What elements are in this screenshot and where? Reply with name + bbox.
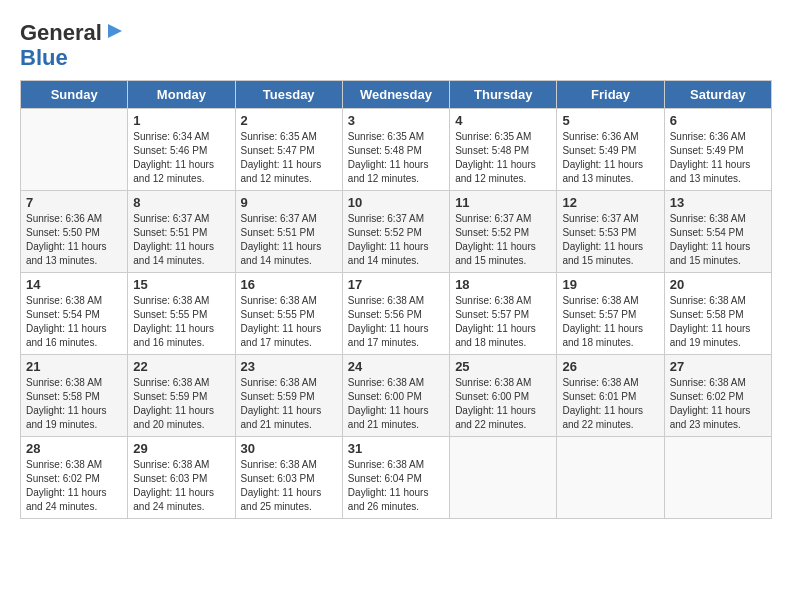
day-info: Sunrise: 6:35 AM Sunset: 5:47 PM Dayligh… bbox=[241, 130, 337, 186]
day-cell: 20Sunrise: 6:38 AM Sunset: 5:58 PM Dayli… bbox=[664, 273, 771, 355]
logo-text-general: General bbox=[20, 21, 102, 45]
day-info: Sunrise: 6:38 AM Sunset: 6:03 PM Dayligh… bbox=[133, 458, 229, 514]
day-info: Sunrise: 6:37 AM Sunset: 5:52 PM Dayligh… bbox=[455, 212, 551, 268]
day-info: Sunrise: 6:35 AM Sunset: 5:48 PM Dayligh… bbox=[455, 130, 551, 186]
day-info: Sunrise: 6:38 AM Sunset: 5:55 PM Dayligh… bbox=[241, 294, 337, 350]
logo: General Blue bbox=[20, 20, 126, 70]
day-cell bbox=[21, 109, 128, 191]
day-cell: 30Sunrise: 6:38 AM Sunset: 6:03 PM Dayli… bbox=[235, 437, 342, 519]
day-cell: 4Sunrise: 6:35 AM Sunset: 5:48 PM Daylig… bbox=[450, 109, 557, 191]
day-number: 17 bbox=[348, 277, 444, 292]
day-info: Sunrise: 6:38 AM Sunset: 5:55 PM Dayligh… bbox=[133, 294, 229, 350]
week-row-1: 1Sunrise: 6:34 AM Sunset: 5:46 PM Daylig… bbox=[21, 109, 772, 191]
logo-text-blue: Blue bbox=[20, 45, 68, 70]
day-cell: 22Sunrise: 6:38 AM Sunset: 5:59 PM Dayli… bbox=[128, 355, 235, 437]
day-number: 15 bbox=[133, 277, 229, 292]
day-info: Sunrise: 6:36 AM Sunset: 5:49 PM Dayligh… bbox=[670, 130, 766, 186]
day-number: 27 bbox=[670, 359, 766, 374]
day-number: 5 bbox=[562, 113, 658, 128]
day-info: Sunrise: 6:38 AM Sunset: 5:58 PM Dayligh… bbox=[670, 294, 766, 350]
day-cell: 10Sunrise: 6:37 AM Sunset: 5:52 PM Dayli… bbox=[342, 191, 449, 273]
day-cell: 8Sunrise: 6:37 AM Sunset: 5:51 PM Daylig… bbox=[128, 191, 235, 273]
day-number: 12 bbox=[562, 195, 658, 210]
day-number: 19 bbox=[562, 277, 658, 292]
day-cell: 9Sunrise: 6:37 AM Sunset: 5:51 PM Daylig… bbox=[235, 191, 342, 273]
day-number: 29 bbox=[133, 441, 229, 456]
day-number: 21 bbox=[26, 359, 122, 374]
day-info: Sunrise: 6:38 AM Sunset: 5:54 PM Dayligh… bbox=[26, 294, 122, 350]
header-cell-friday: Friday bbox=[557, 81, 664, 109]
header-cell-monday: Monday bbox=[128, 81, 235, 109]
day-info: Sunrise: 6:38 AM Sunset: 6:01 PM Dayligh… bbox=[562, 376, 658, 432]
day-cell: 7Sunrise: 6:36 AM Sunset: 5:50 PM Daylig… bbox=[21, 191, 128, 273]
day-number: 25 bbox=[455, 359, 551, 374]
day-cell: 26Sunrise: 6:38 AM Sunset: 6:01 PM Dayli… bbox=[557, 355, 664, 437]
day-info: Sunrise: 6:37 AM Sunset: 5:53 PM Dayligh… bbox=[562, 212, 658, 268]
day-number: 8 bbox=[133, 195, 229, 210]
day-info: Sunrise: 6:37 AM Sunset: 5:51 PM Dayligh… bbox=[241, 212, 337, 268]
day-cell: 5Sunrise: 6:36 AM Sunset: 5:49 PM Daylig… bbox=[557, 109, 664, 191]
day-info: Sunrise: 6:38 AM Sunset: 6:00 PM Dayligh… bbox=[348, 376, 444, 432]
day-cell: 16Sunrise: 6:38 AM Sunset: 5:55 PM Dayli… bbox=[235, 273, 342, 355]
svg-marker-0 bbox=[108, 24, 122, 38]
day-cell: 27Sunrise: 6:38 AM Sunset: 6:02 PM Dayli… bbox=[664, 355, 771, 437]
day-number: 4 bbox=[455, 113, 551, 128]
day-number: 30 bbox=[241, 441, 337, 456]
day-number: 28 bbox=[26, 441, 122, 456]
day-cell: 13Sunrise: 6:38 AM Sunset: 5:54 PM Dayli… bbox=[664, 191, 771, 273]
day-number: 26 bbox=[562, 359, 658, 374]
header-cell-saturday: Saturday bbox=[664, 81, 771, 109]
day-info: Sunrise: 6:37 AM Sunset: 5:51 PM Dayligh… bbox=[133, 212, 229, 268]
day-number: 14 bbox=[26, 277, 122, 292]
day-cell: 15Sunrise: 6:38 AM Sunset: 5:55 PM Dayli… bbox=[128, 273, 235, 355]
day-number: 6 bbox=[670, 113, 766, 128]
day-cell bbox=[450, 437, 557, 519]
day-info: Sunrise: 6:38 AM Sunset: 6:02 PM Dayligh… bbox=[26, 458, 122, 514]
day-info: Sunrise: 6:36 AM Sunset: 5:50 PM Dayligh… bbox=[26, 212, 122, 268]
week-row-5: 28Sunrise: 6:38 AM Sunset: 6:02 PM Dayli… bbox=[21, 437, 772, 519]
header-cell-wednesday: Wednesday bbox=[342, 81, 449, 109]
day-cell: 3Sunrise: 6:35 AM Sunset: 5:48 PM Daylig… bbox=[342, 109, 449, 191]
day-number: 16 bbox=[241, 277, 337, 292]
day-cell: 29Sunrise: 6:38 AM Sunset: 6:03 PM Dayli… bbox=[128, 437, 235, 519]
day-number: 1 bbox=[133, 113, 229, 128]
day-number: 18 bbox=[455, 277, 551, 292]
day-number: 20 bbox=[670, 277, 766, 292]
day-number: 7 bbox=[26, 195, 122, 210]
day-cell: 21Sunrise: 6:38 AM Sunset: 5:58 PM Dayli… bbox=[21, 355, 128, 437]
calendar-table: SundayMondayTuesdayWednesdayThursdayFrid… bbox=[20, 80, 772, 519]
day-info: Sunrise: 6:38 AM Sunset: 5:59 PM Dayligh… bbox=[241, 376, 337, 432]
day-number: 10 bbox=[348, 195, 444, 210]
day-number: 11 bbox=[455, 195, 551, 210]
day-cell: 24Sunrise: 6:38 AM Sunset: 6:00 PM Dayli… bbox=[342, 355, 449, 437]
day-cell: 31Sunrise: 6:38 AM Sunset: 6:04 PM Dayli… bbox=[342, 437, 449, 519]
day-cell: 23Sunrise: 6:38 AM Sunset: 5:59 PM Dayli… bbox=[235, 355, 342, 437]
week-row-2: 7Sunrise: 6:36 AM Sunset: 5:50 PM Daylig… bbox=[21, 191, 772, 273]
header-cell-thursday: Thursday bbox=[450, 81, 557, 109]
day-info: Sunrise: 6:38 AM Sunset: 6:03 PM Dayligh… bbox=[241, 458, 337, 514]
day-info: Sunrise: 6:38 AM Sunset: 5:57 PM Dayligh… bbox=[455, 294, 551, 350]
day-cell: 28Sunrise: 6:38 AM Sunset: 6:02 PM Dayli… bbox=[21, 437, 128, 519]
page-header: General Blue bbox=[20, 20, 772, 70]
day-number: 24 bbox=[348, 359, 444, 374]
day-info: Sunrise: 6:38 AM Sunset: 6:04 PM Dayligh… bbox=[348, 458, 444, 514]
day-info: Sunrise: 6:34 AM Sunset: 5:46 PM Dayligh… bbox=[133, 130, 229, 186]
day-cell: 6Sunrise: 6:36 AM Sunset: 5:49 PM Daylig… bbox=[664, 109, 771, 191]
day-info: Sunrise: 6:38 AM Sunset: 5:54 PM Dayligh… bbox=[670, 212, 766, 268]
day-cell: 2Sunrise: 6:35 AM Sunset: 5:47 PM Daylig… bbox=[235, 109, 342, 191]
day-cell: 18Sunrise: 6:38 AM Sunset: 5:57 PM Dayli… bbox=[450, 273, 557, 355]
day-number: 3 bbox=[348, 113, 444, 128]
header-cell-sunday: Sunday bbox=[21, 81, 128, 109]
day-number: 23 bbox=[241, 359, 337, 374]
header-row: SundayMondayTuesdayWednesdayThursdayFrid… bbox=[21, 81, 772, 109]
day-info: Sunrise: 6:38 AM Sunset: 6:00 PM Dayligh… bbox=[455, 376, 551, 432]
day-number: 31 bbox=[348, 441, 444, 456]
day-cell bbox=[664, 437, 771, 519]
week-row-4: 21Sunrise: 6:38 AM Sunset: 5:58 PM Dayli… bbox=[21, 355, 772, 437]
day-info: Sunrise: 6:38 AM Sunset: 5:57 PM Dayligh… bbox=[562, 294, 658, 350]
day-info: Sunrise: 6:37 AM Sunset: 5:52 PM Dayligh… bbox=[348, 212, 444, 268]
day-info: Sunrise: 6:38 AM Sunset: 5:58 PM Dayligh… bbox=[26, 376, 122, 432]
day-cell: 11Sunrise: 6:37 AM Sunset: 5:52 PM Dayli… bbox=[450, 191, 557, 273]
day-number: 9 bbox=[241, 195, 337, 210]
day-info: Sunrise: 6:38 AM Sunset: 5:59 PM Dayligh… bbox=[133, 376, 229, 432]
